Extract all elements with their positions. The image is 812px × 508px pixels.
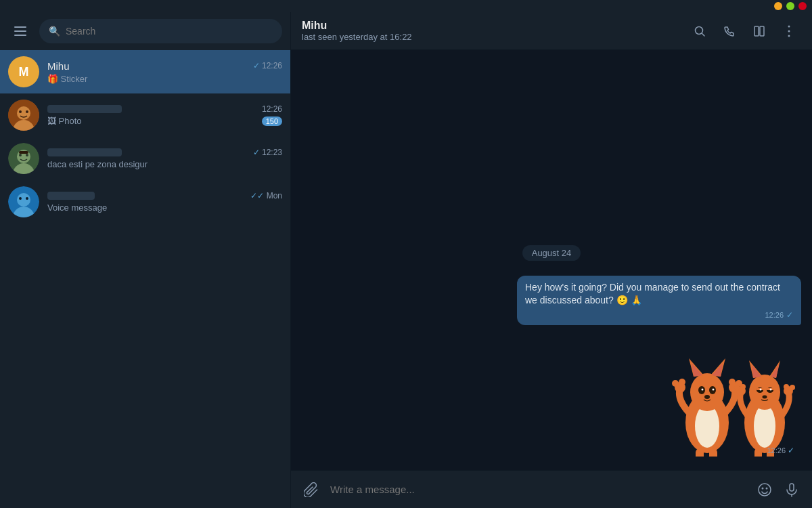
svg-point-4 xyxy=(26,110,28,113)
hamburger-line xyxy=(14,35,26,36)
check-icon-3: ✓ xyxy=(253,148,260,157)
sticker-row: 12:26 ✓ xyxy=(302,335,801,459)
svg-point-16 xyxy=(696,26,703,34)
sticker-time: 12:26 xyxy=(767,446,786,454)
avatar-mihu: M xyxy=(8,56,39,87)
svg-point-66 xyxy=(762,487,764,489)
chat-item-4[interactable]: ✓✓ Mon Voice message xyxy=(0,180,290,224)
microphone-icon xyxy=(784,482,799,497)
avatar-svg xyxy=(8,100,39,131)
chat-time-mihu: ✓ 12:26 xyxy=(253,61,282,70)
chat-name-mihu: Mihu xyxy=(47,60,70,72)
chat-top-row: Mihu ✓ 12:26 xyxy=(47,60,282,72)
svg-point-12 xyxy=(17,193,30,207)
svg-rect-63 xyxy=(754,448,762,457)
chat-list: M Mihu ✓ 12:26 🎁 Sticker xyxy=(0,50,290,508)
search-input[interactable] xyxy=(66,26,273,37)
svg-point-25 xyxy=(690,373,724,411)
chat-preview-2: 🖼 Photo 150 xyxy=(47,116,282,126)
redacted-name-2 xyxy=(47,105,122,113)
search-icon xyxy=(694,25,706,37)
svg-point-65 xyxy=(759,484,771,496)
close-button[interactable] xyxy=(798,2,807,10)
svg-point-56 xyxy=(763,396,767,399)
svg-point-14 xyxy=(19,197,22,200)
main-layout: 🔍 M Mihu ✓ 12:26 🎁 St xyxy=(0,12,812,508)
chat-item-mihu[interactable]: M Mihu ✓ 12:26 🎁 Sticker xyxy=(0,50,290,93)
chat-item-3[interactable]: ✓ 12:23 daca esti pe zona desigur xyxy=(0,137,290,180)
svg-point-45 xyxy=(749,375,780,410)
svg-point-58 xyxy=(734,385,740,390)
svg-point-40 xyxy=(729,379,736,385)
message-text-1: Hey how's it going? Did you manage to se… xyxy=(525,281,793,308)
minimize-button[interactable] xyxy=(774,2,782,10)
svg-point-3 xyxy=(19,110,22,113)
sticker-check: ✓ xyxy=(788,446,794,455)
avatar-chat2 xyxy=(8,100,39,131)
search-box[interactable]: 🔍 xyxy=(39,19,282,43)
search-chat-button[interactable] xyxy=(687,19,712,43)
svg-point-62 xyxy=(784,384,789,389)
svg-rect-41 xyxy=(696,448,704,457)
svg-point-54 xyxy=(760,389,762,391)
date-divider: August 24 xyxy=(302,245,801,261)
svg-point-37 xyxy=(679,379,685,385)
svg-point-21 xyxy=(788,30,790,32)
sticker-container: 12:26 ✓ xyxy=(663,335,798,459)
svg-rect-10 xyxy=(19,151,28,154)
svg-point-34 xyxy=(704,395,710,399)
chat-info-mihu: Mihu ✓ 12:26 🎁 Sticker xyxy=(47,60,282,84)
svg-marker-47 xyxy=(752,364,761,378)
svg-point-55 xyxy=(770,389,772,391)
svg-point-15 xyxy=(26,197,28,200)
date-pill: August 24 xyxy=(522,245,581,261)
message-row-1: Hey how's it going? Did you manage to se… xyxy=(302,276,801,325)
emoji-button[interactable] xyxy=(752,478,777,502)
message-meta-1: 12:26 ✓ xyxy=(525,310,793,320)
svg-point-8 xyxy=(19,154,22,156)
message-input[interactable] xyxy=(330,484,746,495)
chat-header-status: last seen yesterday at 16:22 xyxy=(302,32,681,42)
unread-badge-2: 150 xyxy=(262,117,282,126)
columns-icon xyxy=(753,25,765,37)
svg-point-20 xyxy=(788,25,790,27)
microphone-button[interactable] xyxy=(780,478,804,502)
call-button[interactable] xyxy=(717,19,742,43)
message-time-1: 12:26 xyxy=(765,311,784,319)
svg-point-36 xyxy=(672,380,679,387)
message-bubble-1: Hey how's it going? Did you manage to se… xyxy=(517,276,801,325)
svg-point-44 xyxy=(754,404,775,448)
chat-item-2[interactable]: 12:26 🖼 Photo 150 xyxy=(0,93,290,137)
svg-rect-68 xyxy=(790,484,794,491)
hamburger-line xyxy=(14,26,26,28)
hamburger-menu-button[interactable] xyxy=(8,19,32,43)
message-check-1: ✓ xyxy=(786,310,793,320)
sidebar-header: 🔍 xyxy=(0,12,290,50)
compose-area xyxy=(291,470,812,508)
chat-info-2: 12:26 🖼 Photo 150 xyxy=(47,104,282,126)
svg-point-33 xyxy=(713,389,715,391)
svg-point-22 xyxy=(788,35,790,37)
more-options-button[interactable] xyxy=(777,19,801,43)
svg-point-61 xyxy=(790,385,795,390)
avatar-svg-3 xyxy=(8,143,39,174)
chat-area: Mihu last seen yesterday at 16:22 xyxy=(291,12,812,508)
sidebar: 🔍 M Mihu ✓ 12:26 🎁 St xyxy=(0,12,291,508)
phone-icon xyxy=(723,25,736,37)
avatar-letter: M xyxy=(19,65,29,79)
layout-button[interactable] xyxy=(747,19,771,43)
chat-time-3: ✓ 12:23 xyxy=(253,148,282,157)
spacer xyxy=(302,61,801,230)
avatar-chat4 xyxy=(8,186,39,217)
svg-point-1 xyxy=(17,106,30,120)
svg-rect-19 xyxy=(760,26,764,36)
more-icon xyxy=(788,25,790,37)
maximize-button[interactable] xyxy=(786,2,794,10)
svg-point-32 xyxy=(702,389,704,391)
check-icon: ✓ xyxy=(253,61,260,70)
chat-info-4: ✓✓ Mon Voice message xyxy=(47,191,282,213)
svg-point-59 xyxy=(740,384,746,389)
chat-top-row-4: ✓✓ Mon xyxy=(47,191,282,200)
attach-button[interactable] xyxy=(299,478,323,502)
header-actions xyxy=(687,19,801,43)
